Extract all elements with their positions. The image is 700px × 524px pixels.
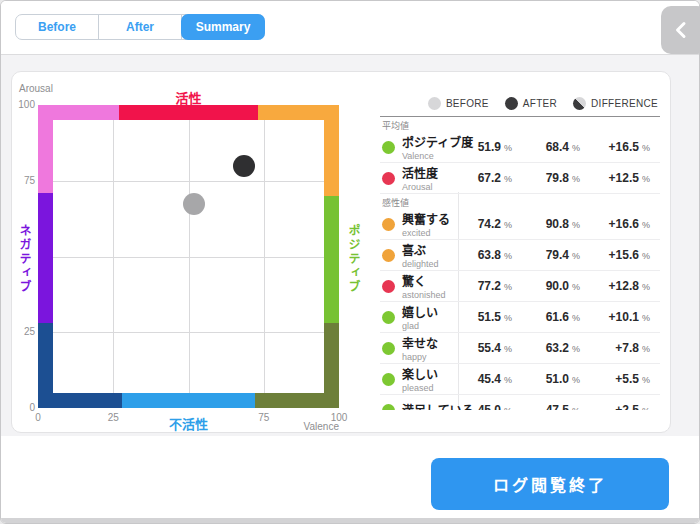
- gridline-horizontal: [53, 257, 324, 258]
- value-number: 77.2: [478, 279, 501, 293]
- value-number: +5.5: [615, 372, 639, 386]
- value-number: +16.6: [609, 217, 639, 231]
- percent-sign: %: [504, 143, 512, 153]
- tab-before[interactable]: Before: [16, 15, 99, 39]
- value-diff: +7.8%: [580, 341, 650, 355]
- value-diff: +12.8%: [580, 279, 650, 293]
- legend-item-difference: DIFFERENCE: [573, 97, 658, 110]
- table-row: 喜ぶdelighted63.8%79.4%+15.6%: [380, 240, 660, 271]
- legend-label: BEFORE: [446, 98, 489, 109]
- value-diff: +16.5%: [580, 140, 650, 154]
- row-label-jp: 興奮する: [402, 210, 450, 227]
- value-number: 55.4: [478, 341, 501, 355]
- table-row: 幸せなhappy55.4%63.2%+7.8%: [380, 333, 660, 364]
- tab-summary[interactable]: Summary: [182, 15, 264, 39]
- value-before: 63.8%: [456, 248, 512, 262]
- value-after: 51.0%: [512, 372, 580, 386]
- valence-arousal-chart: 1007525002575100ArousalValence活性不活性ネガティブ…: [12, 72, 378, 432]
- value-number: 51.9: [478, 140, 501, 154]
- value-before: 77.2%: [456, 279, 512, 293]
- stats-panel[interactable]: BEFOREAFTERDIFFERENCE 平均値ポジティブ度Valence51…: [380, 90, 660, 432]
- section-header: 平均値: [380, 120, 660, 132]
- end-log-button[interactable]: ログ閲覧終了: [431, 458, 669, 510]
- row-label-jp: 幸せな: [402, 334, 438, 351]
- chevron-left-icon: [670, 18, 694, 42]
- row-labels: 活性度Arousal: [402, 164, 438, 192]
- value-before: 55.4%: [456, 341, 512, 355]
- percent-sign: %: [642, 282, 650, 292]
- point-before: [183, 193, 205, 215]
- valence-axis-label: Valence: [269, 421, 339, 432]
- stats-table: 平均値ポジティブ度Valence51.9%68.4%+16.5%活性度Arous…: [380, 120, 660, 426]
- value-number: +12.8: [609, 279, 639, 293]
- percent-sign: %: [572, 282, 580, 292]
- emotion-dot: [382, 280, 395, 293]
- emotion-dot: [382, 172, 395, 185]
- frame-top: [38, 105, 339, 120]
- row-label-en: glad: [402, 321, 438, 331]
- value-before: 67.2%: [456, 171, 512, 185]
- row-labels: 嬉しいglad: [402, 303, 438, 331]
- value-number: +7.8: [615, 341, 639, 355]
- percent-sign: %: [504, 375, 512, 385]
- value-number: +12.5: [609, 171, 639, 185]
- emotion-dot: [382, 249, 395, 262]
- percent-sign: %: [504, 282, 512, 292]
- row-labels: 興奮するexcited: [402, 210, 450, 238]
- value-diff: +10.1%: [580, 310, 650, 324]
- row-label-jp: 活性度: [402, 164, 438, 181]
- section-header: 感性値: [380, 197, 660, 209]
- percent-sign: %: [572, 174, 580, 184]
- back-button[interactable]: [661, 6, 700, 54]
- percent-sign: %: [504, 174, 512, 184]
- table-row: ポジティブ度Valence51.9%68.4%+16.5%: [380, 132, 660, 163]
- row-labels: 喜ぶdelighted: [402, 241, 439, 269]
- percent-sign: %: [572, 344, 580, 354]
- row-label-cell: 楽しいpleased: [382, 365, 456, 393]
- legend-before-icon: [428, 97, 441, 110]
- row-label-en: astonished: [402, 290, 446, 300]
- quadrant-label-top: 活性: [149, 88, 229, 107]
- value-number: +16.5: [609, 140, 639, 154]
- row-label-en: pleased: [402, 383, 438, 393]
- row-label-cell: 驚くastonished: [382, 272, 456, 300]
- row-label-en: excited: [402, 228, 450, 238]
- value-after: 68.4%: [512, 140, 580, 154]
- value-number: 90.0: [546, 279, 569, 293]
- quadrant-label-left: ネガティブ: [16, 224, 33, 294]
- value-number: 51.5: [478, 310, 501, 324]
- percent-sign: %: [642, 313, 650, 323]
- tab-after[interactable]: After: [99, 15, 182, 39]
- table-row: 嬉しいglad51.5%61.6%+10.1%: [380, 302, 660, 333]
- value-after: 79.8%: [512, 171, 580, 185]
- value-after: 90.8%: [512, 217, 580, 231]
- row-label-en: delighted: [402, 259, 439, 269]
- value-after: 61.6%: [512, 310, 580, 324]
- emotion-dot: [382, 141, 395, 154]
- legend-after-icon: [505, 97, 518, 110]
- legend-item-after: AFTER: [505, 97, 557, 110]
- value-after: 63.2%: [512, 341, 580, 355]
- tab-bar: BeforeAfterSummary: [15, 14, 265, 40]
- legend-label: DIFFERENCE: [591, 98, 658, 109]
- table-row: 活性度Arousal67.2%79.8%+12.5%: [380, 163, 660, 194]
- percent-sign: %: [642, 143, 650, 153]
- value-before: 51.5%: [456, 310, 512, 324]
- table-row: 楽しいpleased45.4%51.0%+5.5%: [380, 364, 660, 395]
- frame-right: [324, 105, 339, 408]
- x-tick-label: 25: [101, 412, 125, 423]
- gridline-horizontal: [53, 181, 324, 182]
- percent-sign: %: [642, 344, 650, 354]
- row-label-cell: 活性度Arousal: [382, 164, 456, 192]
- value-before: 51.9%: [456, 140, 512, 154]
- percent-sign: %: [642, 220, 650, 230]
- value-number: 61.6: [546, 310, 569, 324]
- value-number: 68.4: [546, 140, 569, 154]
- row-labels: 楽しいpleased: [402, 365, 438, 393]
- value-diff: +16.6%: [580, 217, 650, 231]
- y-tick-label: 100: [12, 99, 35, 110]
- percent-sign: %: [572, 375, 580, 385]
- value-diff: +15.6%: [580, 248, 650, 262]
- value-diff: +12.5%: [580, 171, 650, 185]
- percent-sign: %: [642, 251, 650, 261]
